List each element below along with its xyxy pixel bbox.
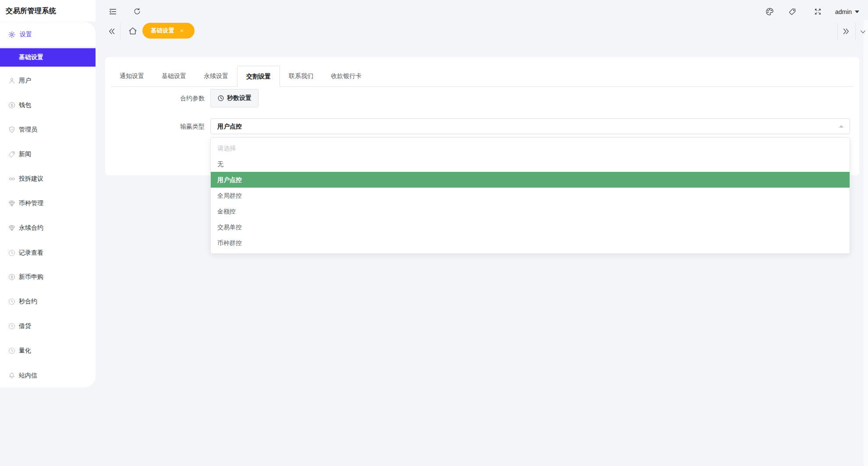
caret-down-icon [855, 11, 859, 13]
tags-scroll-right-button[interactable] [842, 27, 850, 36]
sidebar-item-admins[interactable]: 管理员 [0, 125, 96, 135]
gem-icon [8, 224, 16, 232]
caret-up-icon [839, 125, 843, 128]
sidebar-item-feedback[interactable]: 投拆建议 [0, 174, 96, 184]
tagsbar-divider [855, 23, 856, 40]
dropdown-option-placeholder[interactable]: 请选择 [211, 140, 850, 156]
infinity-icon [8, 175, 16, 183]
sidebar-group-settings[interactable]: 设置 [0, 28, 96, 42]
sidebar-item-quantify[interactable]: 量化 [0, 345, 96, 356]
fullscreen-button[interactable] [814, 7, 822, 16]
user-icon [8, 77, 16, 85]
app-title: 交易所管理系统 [6, 0, 57, 21]
contract-params-label: 合约参数 [105, 94, 205, 103]
sidebar-item-label: 新闻 [19, 150, 31, 158]
user-menu[interactable]: admin [835, 7, 859, 17]
sidebar-item-site-message[interactable]: 站内信 [0, 370, 96, 381]
dropdown-option-trade-order-control[interactable]: 交易单控 [211, 219, 850, 235]
tab-delivery-settings[interactable]: 交割设置 [237, 66, 280, 87]
tags-menu-button[interactable] [859, 29, 867, 35]
sidebar-item-new-coin-subscription[interactable]: $ 新币申购 [0, 272, 96, 282]
refresh-icon [133, 7, 142, 16]
dropdown-option-user-point-control[interactable]: 用户点控 [211, 172, 850, 188]
sidebar-item-label: 管理员 [19, 126, 37, 134]
sidebar-item-users[interactable]: 用户 [0, 75, 96, 86]
sidebar-item-news[interactable]: 新闻 [0, 149, 96, 160]
gear-icon [8, 31, 16, 39]
sidebar-item-lending[interactable]: 借贷 [0, 321, 96, 331]
sidebar-item-label: 币种管理 [19, 199, 43, 207]
tags-scroll-left-button[interactable] [108, 27, 116, 36]
select-value: 用户点控 [217, 119, 242, 134]
menu-fold-button[interactable] [108, 7, 117, 16]
sidebar-item-perpetual-contract[interactable]: 永续合约 [0, 223, 96, 233]
shield-check-icon [8, 126, 16, 134]
app-root: 交易所管理系统 设置 基础设置 用户 $ 钱包 [0, 0, 868, 466]
sidebar-item-label: 永续合约 [19, 224, 43, 232]
sidebar-item-basic-settings-active[interactable]: 基础设置 [0, 48, 96, 67]
dollar-circle-icon: $ [8, 273, 16, 281]
sidebar-item-label: 用户 [19, 77, 31, 85]
dropdown-option-none[interactable]: 无 [211, 156, 850, 172]
scrollbar-track[interactable] [864, 20, 868, 466]
clock-dashed-icon [8, 322, 16, 330]
sidebar-group-label: 设置 [20, 31, 32, 39]
settings-tabs: 通知设置 基础设置 永续设置 交割设置 联系我们 收款银行卡 [111, 66, 854, 87]
tab-perpetual-settings[interactable]: 永续设置 [195, 66, 237, 86]
dropdown-option-amount-control[interactable]: 金额控 [211, 203, 850, 219]
tag-icon [788, 7, 797, 16]
expand-icon [814, 7, 822, 16]
refresh-button[interactable] [133, 7, 142, 16]
close-icon[interactable]: × [180, 28, 184, 34]
clock-dashed-icon [8, 249, 16, 257]
sidebar-item-records[interactable]: 记录查看 [0, 248, 96, 258]
sidebar-item-coin-management[interactable]: 币种管理 [0, 198, 96, 209]
tag-basic-settings[interactable]: 基础设置 × [142, 23, 195, 39]
tab-notify-settings[interactable]: 通知设置 [111, 66, 153, 86]
tag-icon [8, 150, 16, 158]
chevron-down-icon [859, 29, 867, 35]
sidebar-item-label: 记录查看 [19, 249, 43, 257]
admin-username: admin [835, 8, 852, 15]
sidebar-divider [0, 47, 96, 48]
clock-icon [217, 95, 224, 102]
double-chevron-left-icon [108, 27, 116, 36]
menu-fold-icon [108, 7, 117, 16]
home-icon [128, 26, 138, 36]
sidebar-item-label: 站内信 [19, 372, 37, 380]
winlose-type-select[interactable]: 用户点控 [210, 118, 850, 134]
home-tag-button[interactable] [128, 26, 138, 36]
sidebar-item-wallet[interactable]: $ 钱包 [0, 100, 96, 110]
sidebar-item-label: 钱包 [19, 101, 31, 109]
seconds-settings-button[interactable]: 秒数设置 [210, 89, 259, 107]
sidebar: 设置 基础设置 用户 $ 钱包 管理员 [0, 22, 96, 388]
tab-contact-us[interactable]: 联系我们 [280, 66, 322, 86]
winlose-type-label: 输赢类型 [105, 122, 205, 131]
sidebar-header: 交易所管理系统 [0, 0, 96, 21]
tags-button[interactable] [788, 7, 797, 16]
sidebar-item-label: 秒合约 [19, 298, 37, 306]
gem-icon [8, 199, 16, 207]
tab-receiving-bank-card[interactable]: 收款银行卡 [322, 66, 370, 86]
clock-dashed-icon [8, 347, 16, 355]
winlose-type-dropdown: 请选择 无 用户点控 全局群控 金额控 交易单控 币种群控 [210, 137, 850, 254]
clock-dashed-icon [8, 298, 16, 306]
dropdown-option-global-group-control[interactable]: 全局群控 [211, 188, 850, 203]
tab-basic-settings[interactable]: 基础设置 [153, 66, 195, 86]
dollar-circle-icon: $ [8, 101, 16, 109]
palette-icon [765, 7, 774, 16]
sidebar-item-label: 投拆建议 [19, 175, 43, 183]
tag-label: 基础设置 [151, 27, 174, 35]
seconds-settings-label: 秒数设置 [227, 94, 252, 102]
sidebar-item-label: 量化 [19, 347, 31, 355]
sidebar-item-label: 借贷 [19, 322, 31, 330]
bell-icon [8, 372, 16, 380]
dropdown-option-coin-group-control[interactable]: 币种群控 [211, 235, 850, 251]
svg-text:$: $ [11, 275, 13, 279]
theme-button[interactable] [765, 7, 774, 16]
tagsbar-divider [837, 23, 838, 40]
sidebar-item-seconds-contract[interactable]: 秒合约 [0, 296, 96, 307]
double-chevron-right-icon [842, 27, 850, 36]
sidebar-item-label: 新币申购 [19, 273, 43, 281]
svg-text:$: $ [11, 103, 13, 107]
